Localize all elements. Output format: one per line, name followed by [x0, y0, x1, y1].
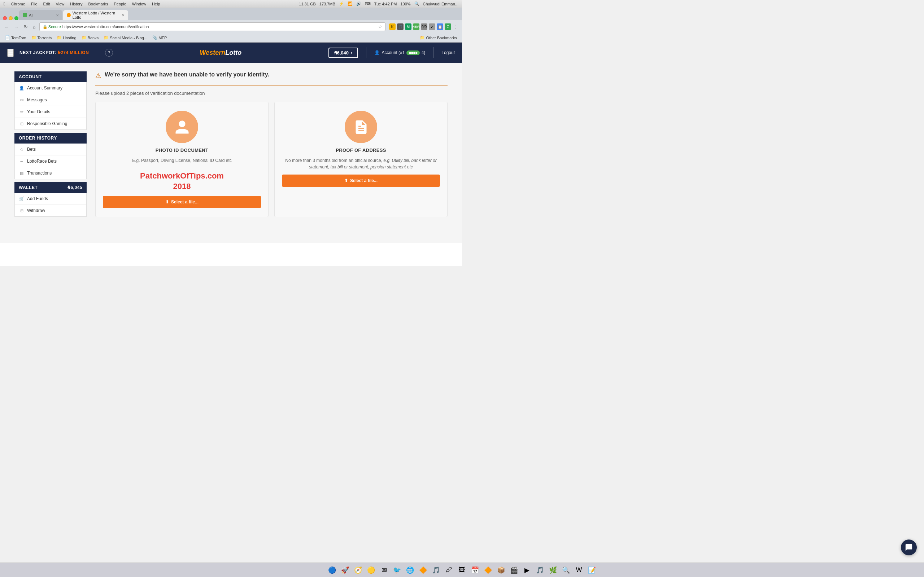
bookmark-torrents[interactable]: 📁 Torrents [29, 35, 54, 41]
maximize-window-button[interactable] [15, 16, 18, 20]
sidebar-label-your-details: Your Details [27, 109, 50, 114]
bookmarks-menu[interactable]: Bookmarks [88, 2, 108, 6]
bookmark-mfp[interactable]: 📎 MFP [150, 35, 169, 41]
back-button[interactable]: ← [3, 23, 10, 30]
sidebar-wallet-heading: WALLET ₦6,045 [15, 182, 87, 193]
ext-icon-3[interactable]: M [405, 23, 412, 30]
bookmark-other[interactable]: 📁 Other Bookmarks [418, 35, 459, 41]
wallet-label: WALLET [19, 185, 37, 190]
watermark-photo-id: PatchworkOfTips.com 2018 [140, 171, 224, 192]
tab-favicon-western [67, 13, 71, 17]
tab-close-all[interactable]: ✕ [56, 13, 59, 17]
history-menu[interactable]: History [70, 2, 82, 6]
sidebar-item-responsible-gaming[interactable]: ⊞ Responsible Gaming [15, 118, 86, 129]
card-icon: ▤ [19, 171, 24, 176]
search-icon[interactable]: 🔍 [414, 2, 419, 6]
sidebar-label-withdraw: Withdraw [27, 208, 45, 213]
sidebar-item-lottrace-bets[interactable]: ∞ LottoRace Bets [15, 155, 86, 167]
secure-badge: 🔒 Secure [43, 24, 61, 29]
bookmark-label-mfp: MFP [158, 36, 167, 40]
edit-menu[interactable]: Edit [43, 2, 50, 6]
help-menu[interactable]: Help [152, 2, 160, 6]
balance-button[interactable]: ₦6,040 › [328, 48, 359, 58]
bookmark-star-icon[interactable]: ☆ [378, 24, 382, 29]
ext-icon-5[interactable]: ✓ [429, 23, 435, 30]
person-id-icon [174, 119, 190, 135]
account-person-icon: 👤 [374, 50, 380, 55]
url-text: https://www.westernlotto.com/account/ver… [63, 24, 377, 29]
tab-western-lotto[interactable]: Western Lotto / Western Lotto ✕ [63, 10, 128, 20]
ext-icon-new[interactable]: NEW [413, 23, 419, 30]
tab-label-all: All [29, 13, 33, 17]
view-menu[interactable]: View [56, 2, 65, 6]
close-window-button[interactable] [3, 16, 7, 20]
minimize-window-button[interactable] [9, 16, 13, 20]
bookmark-social[interactable]: 📁 Social Media - Blog... [102, 35, 149, 41]
jackpot-amount: ₦274 MILLION [58, 50, 89, 55]
traffic-lights [3, 16, 18, 20]
ext-icon-1[interactable]: K [389, 23, 396, 30]
bookmark-banks[interactable]: 📁 Banks [79, 35, 101, 41]
sidebar-order-heading: ORDER HISTORY [15, 133, 87, 143]
ext-icon-7[interactable]: C [445, 23, 451, 30]
sidebar-label-add-funds: Add Funds [27, 196, 48, 201]
folder-icon-torrents: 📁 [31, 35, 36, 40]
doc1-title: PHOTO ID DOCUMENT [155, 148, 208, 153]
forward-button[interactable]: → [13, 23, 20, 30]
status-right: 11.31 GB 173.7MB ⚡ 📶 🔊 ⌨ Tue 4:42 PM 100… [299, 2, 459, 6]
bookmark-tomtom[interactable]: 📄 TomTom [3, 35, 29, 41]
sidebar-item-account-summary[interactable]: 👤 Account Summary [15, 82, 86, 94]
ext-icon-2[interactable]: 🎵 [397, 23, 404, 30]
alert-subtitle: Please upload 2 pieces of verification d… [95, 90, 447, 96]
account-link[interactable]: 👤 Account (#1 ■■■■ 4) [374, 50, 425, 55]
battery-display: 100% [400, 2, 410, 6]
bookmark-label-tomtom: TomTom [11, 36, 26, 40]
file-menu[interactable]: File [31, 2, 37, 6]
ext-icon-4[interactable]: 0/0 [421, 23, 427, 30]
apple-logo[interactable]:  [3, 1, 5, 6]
select-file-photo-id-button[interactable]: ⬆ Select a file... [103, 196, 261, 208]
site-header: ☰ NEXT JACKPOT: ₦274 MILLION ? WesternLo… [0, 43, 462, 63]
mail-icon: ✉ [19, 98, 24, 102]
chrome-menu[interactable]: Chrome [11, 2, 25, 6]
home-button[interactable]: ⌂ [31, 23, 37, 30]
bookmark-label-banks: Banks [88, 36, 99, 40]
proof-address-icon-circle [345, 111, 377, 143]
account-suffix: 4) [422, 50, 426, 55]
hamburger-menu[interactable]: ☰ [7, 49, 14, 57]
tab-close-western[interactable]: ✕ [122, 13, 124, 17]
site-logo[interactable]: WesternLotto [200, 49, 242, 56]
sidebar-item-add-funds[interactable]: 🛒 Add Funds [15, 193, 86, 205]
warning-icon: ⚠ [95, 72, 101, 80]
logo-text: WesternLotto [200, 49, 242, 56]
status-bar:  Chrome File Edit View History Bookmark… [0, 0, 462, 8]
sidebar-item-your-details[interactable]: ✏ Your Details [15, 106, 86, 118]
sidebar: ACCOUNT 👤 Account Summary ✉ Messages ✏ Y… [15, 71, 87, 234]
sidebar-item-messages[interactable]: ✉ Messages [15, 94, 86, 106]
tab-favicon-all [23, 13, 27, 17]
sidebar-item-withdraw[interactable]: ⊞ Withdraw [15, 205, 86, 216]
people-menu[interactable]: People [114, 2, 126, 6]
verification-alert: ⚠ We're sorry that we have been unable t… [95, 71, 447, 85]
address-bar[interactable]: 🔒 Secure https://www.westernlotto.com/ac… [39, 23, 386, 31]
sidebar-item-transactions[interactable]: ▤ Transactions [15, 167, 86, 179]
status-left:  Chrome File Edit View History Bookmark… [3, 1, 160, 6]
select-file-proof-address-button[interactable]: ⬆ Select a file... [282, 174, 440, 187]
ext-icon-6[interactable]: 📋 [437, 23, 443, 30]
browser-chrome: All ✕ Western Lotto / Western Lotto ✕ ← … [0, 8, 462, 43]
chrome-menu-icon[interactable]: ⋮ [452, 23, 459, 30]
tab-all[interactable]: All ✕ [19, 10, 63, 20]
reload-button[interactable]: ↻ [23, 23, 29, 30]
bookmark-label-other: Other Bookmarks [426, 36, 457, 40]
upload-icon-2: ⬆ [344, 178, 348, 183]
cart-icon: 🛒 [19, 197, 24, 201]
logout-button[interactable]: Logout [441, 50, 455, 55]
window-menu[interactable]: Window [132, 2, 146, 6]
help-button[interactable]: ? [105, 49, 113, 56]
secure-label: Secure [48, 24, 61, 29]
sidebar-label-account-summary: Account Summary [27, 85, 63, 90]
bookmark-hosting[interactable]: 📁 Hosting [55, 35, 78, 41]
lock-icon: 🔒 [43, 24, 48, 29]
sidebar-account-items: 👤 Account Summary ✉ Messages ✏ Your Deta… [15, 82, 87, 130]
sidebar-item-bets[interactable]: ◇ Bets [15, 143, 86, 155]
